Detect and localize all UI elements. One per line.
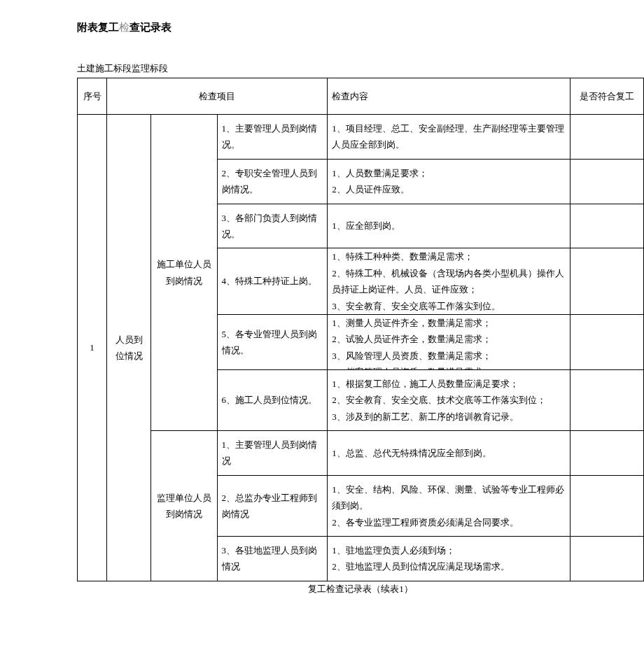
cell-compliance xyxy=(570,369,643,430)
header-compliance: 是否符合复工 xyxy=(570,78,643,115)
inspection-table: 序号 检查项目 检查内容 是否符合复工 1 人员到位情况 施工单位人员到岗情况 … xyxy=(77,78,644,581)
title-p2: 检 xyxy=(119,22,130,33)
cell-content: 1、特殊工种种类、数量满足需求；2、特殊工种、机械设备（含现场内各类小型机具）操… xyxy=(328,248,570,315)
cell-compliance xyxy=(570,431,643,476)
title-p4: 表 xyxy=(161,22,172,33)
cell-content: 1、驻地监理负责人必须到场；2、驻地监理人员到位情况应满足现场需求。 xyxy=(328,537,570,581)
header-content: 检查内容 xyxy=(328,78,570,115)
cell-compliance xyxy=(570,115,643,160)
page-title: 附表复工检查记录表 xyxy=(77,21,644,34)
cell-content: 1、测量人员证件齐全，数量满足需求；2、试验人员证件齐全，数量满足需求；3、风险… xyxy=(328,314,570,369)
header-row: 序号 检查项目 检查内容 是否符合复工 xyxy=(78,78,644,115)
cell-item: 5、各专业管理人员到岗情况。 xyxy=(217,314,328,369)
cell-compliance xyxy=(570,537,643,581)
cell-content-inner: 1、特殊工种种类、数量满足需求；2、特殊工种、机械设备（含现场内各类小型机具）操… xyxy=(332,248,566,314)
cell-item: 2、专职安全管理人员到岗情况。 xyxy=(217,159,328,204)
subtitle: 土建施工标段监理标段 xyxy=(77,62,644,75)
table-row: 监理单位人员到岗情况 1、主要管理人员到岗情况 1、总监、总代无特殊情况应全部到… xyxy=(78,431,644,476)
cell-compliance xyxy=(570,475,643,536)
header-item: 检查项目 xyxy=(107,78,328,115)
cell-content: 1、总监、总代无特殊情况应全部到岗。 xyxy=(328,431,570,476)
header-seq: 序号 xyxy=(78,78,107,115)
footer-note: 复工检查记录表（续表1） xyxy=(77,583,644,595)
cell-item: 3、各驻地监理人员到岗情况 xyxy=(217,537,328,581)
cell-compliance xyxy=(570,159,643,204)
cell-subcat-a: 施工单位人员到岗情况 xyxy=(151,115,218,431)
cell-content: 1、人员数量满足要求；2、人员证件应致。 xyxy=(328,159,570,204)
cell-content: 1、安全、结构、风险、环保、测量、试验等专业工程师必须到岗。2、各专业监理工程师… xyxy=(328,475,570,536)
cell-content-inner: 1、测量人员证件齐全，数量满足需求；2、试验人员证件齐全，数量满足需求；3、风险… xyxy=(332,315,566,369)
cell-compliance xyxy=(570,248,643,315)
cell-item: 2、总监办专业工程师到岗情况 xyxy=(217,475,328,536)
cell-item: 3、各部门负责人到岗情况。 xyxy=(217,204,328,248)
cell-content: 1、项目经理、总工、安全副经理、生产副经理等主要管理人员应全部到岗。 xyxy=(328,115,570,160)
cell-compliance xyxy=(570,314,643,369)
table-row: 1 人员到位情况 施工单位人员到岗情况 1、主要管理人员到岗情况。 1、项目经理… xyxy=(78,115,644,160)
cell-seq: 1 xyxy=(78,115,107,581)
cell-subcat-b: 监理单位人员到岗情况 xyxy=(151,431,218,581)
cell-item: 6、施工人员到位情况。 xyxy=(217,369,328,430)
title-p3: 查记录 xyxy=(130,22,161,33)
cell-item: 1、主要管理人员到岗情况 xyxy=(217,431,328,476)
cell-item: 4、特殊工种持证上岗。 xyxy=(217,248,328,315)
cell-content: 1、根据复工部位，施工人员数量应满足要求；2、安全教育、安全交底、技术交底等工作… xyxy=(328,369,570,430)
cell-category: 人员到位情况 xyxy=(107,115,151,581)
title-p1: 附表复工 xyxy=(77,22,119,33)
cell-compliance xyxy=(570,204,643,248)
cell-item: 1、主要管理人员到岗情况。 xyxy=(217,115,328,160)
cell-content: 1、应全部到岗。 xyxy=(328,204,570,248)
